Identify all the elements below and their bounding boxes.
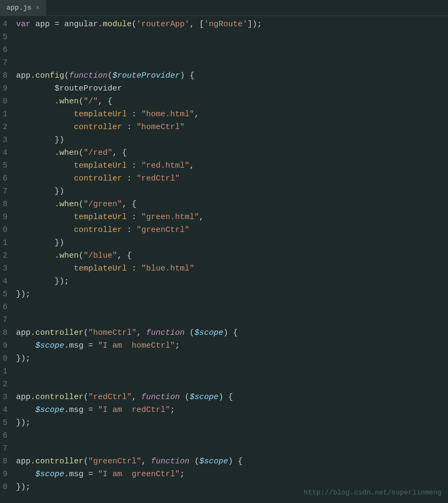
token: app bbox=[16, 393, 31, 402]
line-number: 0 bbox=[0, 481, 16, 494]
code-line: 1 templateUrl : "home.html", bbox=[0, 108, 448, 121]
code-tokens bbox=[16, 430, 448, 442]
code-tokens: $routeProvider bbox=[16, 82, 448, 95]
line-number: 4 bbox=[0, 275, 16, 288]
token: "/green" bbox=[83, 200, 122, 209]
token: app bbox=[16, 328, 31, 337]
token: ) { bbox=[218, 393, 233, 402]
line-number: 2 bbox=[0, 378, 16, 391]
token: . bbox=[16, 200, 59, 209]
code-line: 7 }) bbox=[0, 185, 448, 198]
line-number: 6 bbox=[0, 44, 16, 57]
token: }); bbox=[16, 418, 31, 427]
code-line: 2 .when("/blue", { bbox=[0, 250, 448, 262]
code-line: 6 bbox=[0, 44, 448, 57]
token: . bbox=[31, 457, 35, 466]
line-number: 1 bbox=[0, 108, 16, 121]
line-number: 7 bbox=[0, 442, 16, 455]
token: $scope bbox=[189, 393, 218, 402]
code-tokens bbox=[16, 314, 448, 327]
code-line: 9 $routeProvider bbox=[0, 82, 448, 95]
line-number: 1 bbox=[0, 365, 16, 378]
token: : bbox=[127, 213, 141, 222]
close-icon[interactable]: × bbox=[36, 4, 40, 12]
line-number: 2 bbox=[0, 250, 16, 262]
code-tokens: templateUrl : "home.html", bbox=[16, 108, 448, 121]
code-tokens bbox=[16, 57, 448, 70]
token: app = bbox=[31, 20, 64, 29]
code-line: 8app.config(function($routeProvider) { bbox=[0, 70, 448, 82]
code-tokens bbox=[16, 301, 448, 314]
token: ( bbox=[79, 148, 83, 157]
token: controller bbox=[16, 174, 122, 183]
token: ( bbox=[83, 393, 88, 402]
code-tokens: }); bbox=[16, 417, 448, 430]
token: ( bbox=[79, 200, 83, 209]
line-number: 7 bbox=[0, 314, 16, 327]
token: : bbox=[127, 161, 141, 170]
code-tokens bbox=[16, 31, 448, 44]
token: ) { bbox=[223, 328, 238, 337]
token: ( bbox=[83, 457, 88, 466]
code-line: 6 controller : "redCtrl" bbox=[0, 172, 448, 185]
code-line: 8app.controller("homeCtrl", function ($s… bbox=[0, 327, 448, 340]
token: , bbox=[136, 328, 146, 337]
line-number: 5 bbox=[0, 288, 16, 301]
token: $routeProvider bbox=[16, 84, 122, 93]
watermark: http://blog.csdn.net/superlinmeng bbox=[304, 489, 442, 497]
token: .msg = bbox=[64, 470, 98, 479]
token: templateUrl bbox=[16, 264, 127, 273]
code-tokens: $scope.msg = "I am redCtrl"; bbox=[16, 404, 448, 417]
code-line: 2 bbox=[0, 378, 448, 391]
token: "I am homeCtrl" bbox=[98, 341, 175, 350]
token: "greenCtrl" bbox=[136, 226, 189, 235]
token: angular bbox=[64, 20, 98, 29]
token: module bbox=[103, 20, 132, 29]
token: ( bbox=[185, 328, 194, 337]
code-tokens: var app = angular.module('routerApp', ['… bbox=[16, 18, 448, 31]
code-line: 0 .when("/", { bbox=[0, 95, 448, 108]
token: , [ bbox=[189, 20, 204, 29]
token: , { bbox=[98, 97, 112, 106]
token: when bbox=[59, 97, 79, 106]
token: when bbox=[59, 200, 79, 209]
token: $scope bbox=[16, 470, 64, 479]
token: . bbox=[16, 97, 59, 106]
token: 'ngRoute' bbox=[204, 20, 247, 29]
token: $routeProvider bbox=[112, 71, 180, 80]
line-number: 3 bbox=[0, 262, 16, 275]
token: . bbox=[98, 20, 103, 29]
line-number: 6 bbox=[0, 172, 16, 185]
code-tokens: }); bbox=[16, 275, 448, 288]
line-number: 5 bbox=[0, 31, 16, 44]
token: controller bbox=[16, 226, 122, 235]
code-tokens: }) bbox=[16, 185, 448, 198]
token: "red.html" bbox=[141, 161, 189, 170]
file-tab[interactable]: app.js × bbox=[0, 0, 47, 16]
token: : bbox=[127, 264, 141, 273]
token: , bbox=[189, 161, 194, 170]
token: "I am greenCtrl" bbox=[98, 470, 180, 479]
token: ( bbox=[79, 97, 83, 106]
token: app bbox=[16, 457, 31, 466]
token: controller bbox=[16, 123, 122, 132]
code-tokens: }) bbox=[16, 237, 448, 250]
code-tokens: }); bbox=[16, 352, 448, 365]
token: function bbox=[151, 457, 189, 466]
tab-bar: app.js × bbox=[0, 0, 448, 16]
line-number: 3 bbox=[0, 391, 16, 404]
token: : bbox=[127, 110, 141, 119]
code-tokens: .when("/blue", { bbox=[16, 250, 448, 262]
code-tokens: app.controller("greenCtrl", function ($s… bbox=[16, 455, 448, 468]
token: , bbox=[141, 457, 151, 466]
token: , { bbox=[122, 200, 136, 209]
token: "green.html" bbox=[141, 213, 199, 222]
code-line: 8app.controller("greenCtrl", function ($… bbox=[0, 455, 448, 468]
token: . bbox=[16, 251, 59, 260]
code-tokens bbox=[16, 44, 448, 57]
line-number: 1 bbox=[0, 237, 16, 250]
code-tokens: controller : "redCtrl" bbox=[16, 172, 448, 185]
line-number: 9 bbox=[0, 340, 16, 352]
token: $scope bbox=[16, 406, 64, 415]
token: "I am redCtrl" bbox=[98, 406, 170, 415]
